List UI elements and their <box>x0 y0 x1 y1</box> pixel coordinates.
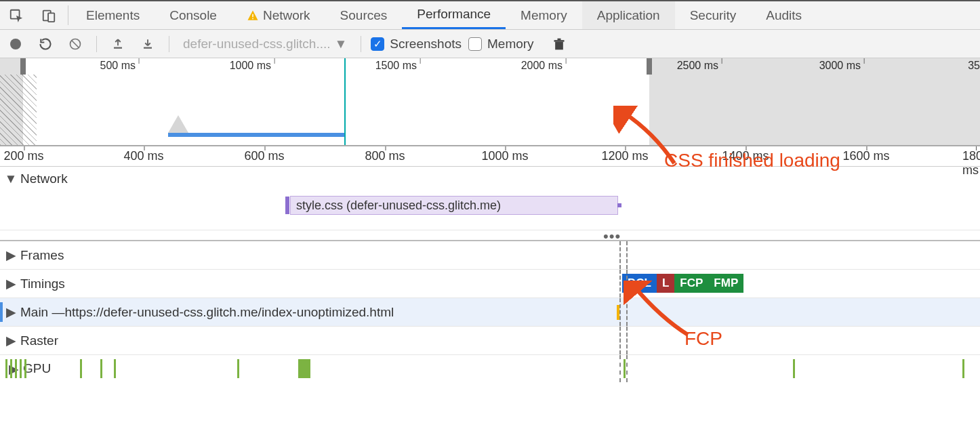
selection-indicator <box>0 302 3 322</box>
marker-vline <box>619 327 621 354</box>
record-button[interactable] <box>4 33 27 56</box>
checkbox-unchecked-icon <box>468 37 482 51</box>
track-timings[interactable]: ▶ Timings DCL L FCP FMP <box>0 270 980 298</box>
svg-rect-7 <box>114 47 122 48</box>
disclosure-right-icon: ▶ <box>5 276 16 291</box>
overview-mask-right <box>649 58 980 145</box>
svg-point-5 <box>10 39 21 49</box>
track-gpu[interactable]: ▶ GPU <box>0 355 980 382</box>
clear-button[interactable] <box>64 33 87 56</box>
gpu-task <box>237 359 239 378</box>
performance-toolbar: defer-unused-css.glitch.... ▼ ✓ Screensh… <box>0 30 980 58</box>
annotation-fcp: FCP <box>685 328 722 350</box>
svg-rect-11 <box>557 38 560 40</box>
tab-application[interactable]: Application <box>582 1 675 29</box>
marker-vline <box>619 270 621 297</box>
track-label: GPU <box>23 361 51 376</box>
gpu-task <box>624 359 626 378</box>
overview-timeline[interactable]: 500 ms 1000 ms 1500 ms 2000 ms 2500 ms 3… <box>0 58 980 146</box>
garbage-collect-button[interactable] <box>548 33 571 56</box>
track-label: Frames <box>20 248 64 263</box>
profile-selector-label: defer-unused-css.glitch.... <box>183 37 331 52</box>
load-profile-button[interactable] <box>106 33 129 56</box>
gpu-task <box>114 359 116 378</box>
inspect-element-icon[interactable] <box>0 1 33 29</box>
overview-playhead <box>344 58 346 145</box>
svg-rect-3 <box>252 14 253 17</box>
tab-performance[interactable]: Performance <box>402 1 506 29</box>
tab-console[interactable]: Console <box>155 1 232 29</box>
svg-rect-9 <box>555 41 563 49</box>
gpu-task <box>793 359 795 378</box>
marker-vline <box>626 355 628 382</box>
tab-elements[interactable]: Elements <box>71 1 155 29</box>
memory-checkbox[interactable]: Memory <box>468 37 534 52</box>
disclosure-down-icon: ▼ <box>5 171 16 186</box>
marker-vline <box>619 241 621 269</box>
ruler-tick: 600 ms <box>244 149 284 163</box>
overview-activity-bump <box>168 115 188 133</box>
flamechart-tracks: ▼ Network style.css (defer-unused-css.gl… <box>0 167 980 382</box>
profile-selector[interactable]: defer-unused-css.glitch.... ▼ <box>179 37 351 52</box>
reload-button[interactable] <box>34 33 57 56</box>
track-main-url: https://defer-unused-css.glitch.me/index… <box>64 305 394 320</box>
marker-vline <box>626 241 628 269</box>
overview-handle-right[interactable] <box>647 58 652 75</box>
network-request-bar[interactable]: style.css (defer-unused-css.glitch.me) <box>290 196 618 215</box>
track-main[interactable]: ▶ Main — https://defer-unused-css.glitch… <box>0 298 980 327</box>
overview-network-bar <box>168 133 344 137</box>
track-label: Timings <box>20 276 65 291</box>
gpu-task <box>80 359 82 378</box>
overview-mask-left <box>0 58 23 145</box>
ruler-tick: 400 ms <box>123 149 163 163</box>
track-label: Network <box>20 171 68 186</box>
tab-network[interactable]: Network <box>232 1 325 29</box>
devtools-tabs: Elements Console Network Sources Perform… <box>0 1 980 30</box>
overview-tick: 1500 ms <box>375 60 417 72</box>
gpu-task <box>298 359 310 378</box>
warning-icon <box>247 9 259 22</box>
track-frames[interactable]: ▶ Frames <box>0 241 980 270</box>
save-profile-button[interactable] <box>136 33 159 56</box>
track-label-prefix: Main — <box>20 305 64 320</box>
gpu-task <box>962 359 964 378</box>
device-toolbar-icon[interactable] <box>33 1 65 29</box>
ruler-tick: 1000 ms <box>481 149 528 163</box>
track-network-body[interactable]: style.css (defer-unused-css.glitch.me) <box>0 191 980 230</box>
overview-tick: 500 ms <box>100 60 136 72</box>
checkbox-checked-icon: ✓ <box>371 37 384 51</box>
marker-vline <box>619 355 621 382</box>
tab-memory[interactable]: Memory <box>506 1 582 29</box>
ruler-tick: 200 ms <box>3 149 43 163</box>
svg-rect-8 <box>144 47 152 48</box>
tab-security[interactable]: Security <box>675 1 752 29</box>
chevron-down-icon: ▼ <box>335 37 348 52</box>
tab-sources[interactable]: Sources <box>325 1 403 29</box>
svg-rect-4 <box>252 18 253 19</box>
main-task-sliver <box>617 305 619 320</box>
overview-tick: 1000 ms <box>230 60 271 72</box>
screenshots-checkbox[interactable]: ✓ Screenshots <box>371 37 462 52</box>
ruler-tick: 800 ms <box>365 149 405 163</box>
disclosure-right-icon: ▶ <box>5 247 16 263</box>
svg-rect-10 <box>554 40 564 42</box>
gpu-hatch <box>5 359 27 378</box>
overview-handle-left[interactable] <box>20 58 26 75</box>
timing-marker-fmp[interactable]: FMP <box>708 274 743 293</box>
track-label: Raster <box>20 333 58 348</box>
disclosure-right-icon: ▶ <box>5 333 16 348</box>
gpu-task <box>100 359 102 378</box>
disclosure-right-icon: ▶ <box>5 304 16 320</box>
network-request-label: style.css (defer-unused-css.glitch.me) <box>296 199 501 213</box>
marker-vline <box>619 298 621 326</box>
annotation-css-finished: CSS finished loading <box>664 150 840 171</box>
svg-rect-2 <box>48 13 54 22</box>
overview-tick: 2000 ms <box>521 60 563 72</box>
tab-audits[interactable]: Audits <box>751 1 817 29</box>
ruler-tick: 1600 ms <box>842 149 889 163</box>
track-raster[interactable]: ▶ Raster <box>0 327 980 355</box>
